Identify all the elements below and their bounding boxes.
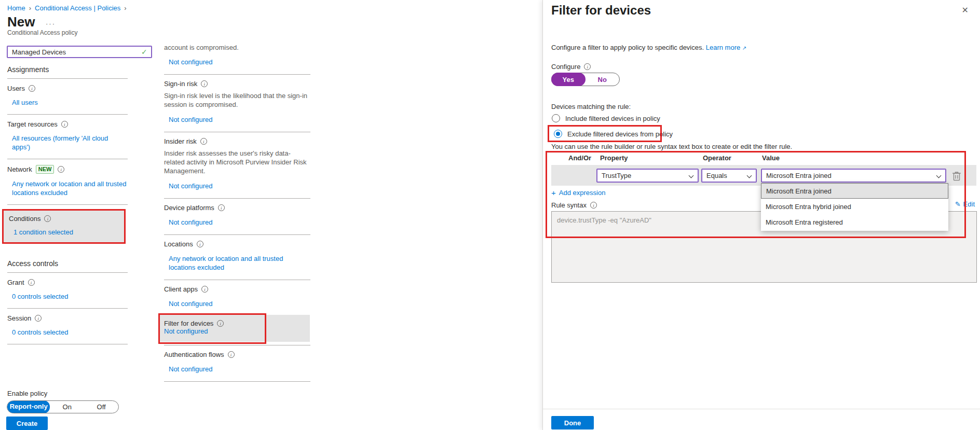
toggle-report-only[interactable]: Report-only [7, 400, 50, 413]
user-risk-section-truncated: account is compromised. Not configured [164, 38, 310, 75]
configure-label: Configure [551, 63, 580, 71]
signin-risk-label: Sign-in risk [164, 80, 197, 88]
toggle-yes[interactable]: Yes [551, 73, 586, 86]
dropdown-option-entra-joined[interactable]: Microsoft Entra joined [761, 183, 948, 199]
client-apps-not-configured-link[interactable]: Not configured [169, 299, 310, 308]
breadcrumb-chevron-icon: › [124, 4, 126, 12]
chevron-down-icon [747, 173, 752, 178]
close-icon[interactable]: ✕ [962, 5, 969, 15]
insider-risk-desc: Insider risk assesses the user's risky d… [164, 149, 310, 175]
device-platforms-section: Device platforms i Not configured [164, 199, 310, 235]
breadcrumb: Home › Conditional Access | Policies › [7, 4, 127, 12]
value-select[interactable]: Microsoft Entra joined [761, 169, 946, 183]
signin-risk-desc: Sign-in risk level is the likelihood tha… [164, 91, 310, 109]
info-icon[interactable]: i [228, 351, 235, 358]
property-select[interactable]: TrustType [596, 169, 699, 183]
users-section: Users i All users [7, 79, 128, 115]
devices-matching-label: Devices matching the rule: [551, 103, 631, 110]
locations-link[interactable]: Any network or location and all trusted … [169, 254, 310, 272]
col-value: Value [762, 154, 780, 162]
authentication-flows-not-configured-link[interactable]: Not configured [169, 365, 310, 373]
grant-section: Grant i 0 controls selected [7, 273, 128, 309]
assignments-column: Assignments Users i All users Target res… [7, 65, 128, 344]
target-resources-section: Target resources i All resources (former… [7, 115, 128, 159]
radio-icon[interactable] [552, 114, 560, 122]
network-link[interactable]: Any network or location and all trusted … [12, 179, 128, 197]
edit-rule-syntax-button[interactable]: ✎ Edit [955, 200, 975, 208]
info-icon[interactable]: i [584, 63, 591, 70]
locations-label: Locations [164, 240, 193, 248]
locations-section: Locations i Any network or location and … [164, 235, 310, 280]
info-icon[interactable]: i [201, 80, 208, 87]
session-label: Session [7, 314, 31, 322]
external-link-icon: ↗ [742, 45, 746, 51]
info-icon[interactable]: i [590, 202, 597, 209]
info-icon[interactable]: i [201, 286, 208, 293]
conditional-access-policy-page: Home › Conditional Access | Policies › N… [0, 0, 542, 430]
session-link[interactable]: 0 controls selected [12, 328, 128, 337]
user-risk-not-configured-link[interactable]: Not configured [169, 58, 310, 66]
enable-policy-toggle: Report-only On Off [7, 400, 119, 413]
operator-select[interactable]: Equals [701, 169, 757, 183]
device-platforms-label: Device platforms [164, 204, 214, 212]
toggle-no[interactable]: No [586, 73, 620, 86]
info-icon[interactable]: i [200, 138, 207, 145]
client-apps-section: Client apps i Not configured [164, 280, 310, 311]
property-value: TrustType [602, 172, 631, 179]
page-title: New [7, 14, 35, 30]
dropdown-option-entra-hybrid-joined[interactable]: Microsoft Entra hybrid joined [761, 199, 948, 214]
info-icon[interactable]: i [44, 215, 51, 222]
more-actions-icon[interactable]: ··· [46, 20, 56, 27]
page-subtitle: Conditional Access policy [7, 29, 77, 36]
filter-for-devices-label: Filter for devices [164, 320, 213, 327]
radio-exclude-filtered[interactable]: Exclude filtered devices from policy [554, 130, 673, 138]
conditions-section-highlighted: Conditions i 1 condition selected [2, 209, 126, 244]
breadcrumb-policies-link[interactable]: Conditional Access | Policies [35, 4, 120, 12]
conditions-link[interactable]: 1 condition selected [13, 228, 124, 236]
info-icon[interactable]: i [58, 166, 64, 173]
user-risk-desc-truncated: account is compromised. [164, 44, 310, 51]
add-expression-button[interactable]: + Add expression [551, 188, 605, 197]
target-resources-link[interactable]: All resources (formerly 'All cloud apps'… [12, 134, 128, 151]
new-badge: NEW [36, 165, 55, 174]
col-andor: And/Or [568, 154, 591, 162]
network-label: Network [7, 165, 32, 173]
toggle-on[interactable]: On [50, 401, 84, 413]
info-icon[interactable]: i [28, 279, 35, 286]
info-icon[interactable]: i [197, 241, 203, 247]
operator-value: Equals [706, 172, 727, 179]
divider [543, 409, 980, 409]
radio-selected-icon[interactable] [554, 130, 562, 138]
signin-risk-not-configured-link[interactable]: Not configured [169, 115, 310, 124]
conditions-label: Conditions [9, 215, 40, 223]
network-section: Network NEW i Any network or location an… [7, 159, 128, 205]
create-button[interactable]: Create [6, 417, 48, 430]
radio-include-filtered[interactable]: Include filtered devices in policy [552, 114, 660, 122]
value-value: Microsoft Entra joined [766, 172, 832, 179]
policy-name-input[interactable] [7, 46, 152, 58]
rule-builder-helper-text: You can use the rule builder or rule syn… [551, 143, 792, 150]
info-icon[interactable]: i [61, 121, 68, 128]
learn-more-link[interactable]: Learn more [706, 44, 740, 51]
breadcrumb-chevron-icon: › [29, 4, 31, 12]
intro-text: Configure a filter to apply policy to sp… [551, 44, 704, 51]
col-operator: Operator [703, 154, 731, 162]
device-platforms-not-configured-link[interactable]: Not configured [169, 218, 310, 227]
filter-for-devices-panel: Filter for devices ✕ Configure a filter … [542, 0, 980, 430]
info-icon[interactable]: i [217, 320, 224, 327]
dropdown-option-entra-registered[interactable]: Microsoft Entra registered [761, 214, 948, 230]
panel-intro: Configure a filter to apply policy to sp… [551, 44, 746, 51]
breadcrumb-home-link[interactable]: Home [7, 4, 25, 12]
grant-link[interactable]: 0 controls selected [12, 292, 128, 301]
filter-for-devices-not-configured-link[interactable]: Not configured [164, 327, 208, 335]
info-icon[interactable]: i [218, 204, 225, 211]
done-button[interactable]: Done [551, 416, 594, 429]
info-icon[interactable]: i [29, 85, 35, 92]
insider-risk-not-configured-link[interactable]: Not configured [169, 182, 310, 190]
col-property: Property [600, 154, 628, 162]
delete-row-icon[interactable] [952, 171, 961, 181]
session-section: Session i 0 controls selected [7, 309, 128, 344]
toggle-off[interactable]: Off [84, 401, 118, 413]
info-icon[interactable]: i [35, 315, 42, 322]
users-link[interactable]: All users [12, 98, 128, 107]
